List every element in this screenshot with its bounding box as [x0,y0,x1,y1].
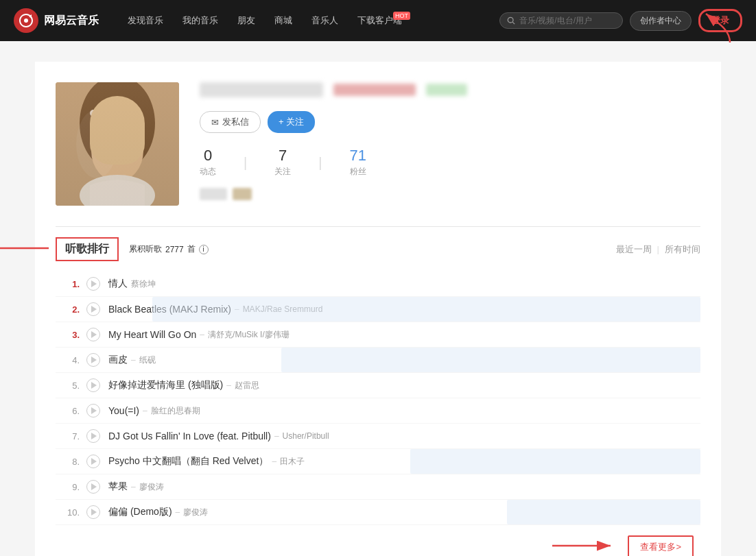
nav-download[interactable]: 下载客户端 HOT [349,10,410,31]
track-artist-link[interactable]: 廖俊涛 [139,482,164,492]
track-name-link[interactable]: 好像掉进爱情海里 (独唱版) [108,379,223,390]
track-row: 5.好像掉进爱情海里 (独唱版) – 赵雷思 [56,373,700,398]
track-name: 苹果 [108,481,128,493]
track-row: 7.DJ Got Us Fallin' In Love (feat. Pitbu… [56,424,700,449]
track-artist: 蔡徐坤 [131,278,156,290]
avatar-container [56,82,179,206]
track-name: 画皮 [108,354,128,366]
play-button[interactable] [86,353,100,367]
nav-discover[interactable]: 发现音乐 [119,10,172,31]
track-name-link[interactable]: 画皮 [108,354,128,365]
level-badge-1 [200,188,227,200]
track-info: 苹果 – 廖俊涛 [108,481,697,493]
track-row: 9.苹果 – 廖俊涛 [56,474,700,500]
track-artist: 廖俊涛 [183,507,208,518]
svg-point-12 [76,110,117,178]
send-message-button[interactable]: ✉ 发私信 [200,111,261,133]
section-header: 听歌排行 累积听歌 2777 首 i 最近一周 | 所有时间 [56,237,700,261]
all-time-link[interactable]: 所有时间 [665,243,700,256]
svg-point-7 [91,120,143,182]
search-box[interactable] [499,12,623,29]
track-separator: – [131,482,136,492]
track-artist-link[interactable]: 蔡徐坤 [131,279,156,289]
bottom-area: 查看更多> [56,535,700,556]
play-button[interactable] [86,328,100,341]
play-button[interactable] [86,455,100,468]
stats-row: 0 动态 | 7 关注 | 71 粉丝 [200,147,700,178]
period-selector: 最近一周 | 所有时间 [616,243,700,256]
period-divider: | [657,244,659,254]
track-name-link[interactable]: My Heart Will Go On [108,329,196,340]
track-number: 7. [59,431,80,442]
track-name-link[interactable]: You(=I) [108,405,139,416]
play-button[interactable] [86,378,100,392]
track-name-link[interactable]: 苹果 [108,481,128,492]
track-name: You(=I) [108,405,139,416]
track-list: 1.情人蔡徐坤2.Black Beatles (MAKJ Remix) – MA… [56,271,700,525]
track-number: 2. [59,304,80,315]
svg-line-3 [512,22,515,24]
track-artist-link[interactable]: 纸砚 [139,355,156,365]
profile-info: ✉ 发私信 + 关注 0 动态 | 7 关注 | 71 [200,82,700,200]
app-name: 网易云音乐 [44,14,99,28]
track-artist-link[interactable]: 满舒克/MuSik I/廖伟珊 [208,330,290,339]
track-name-link[interactable]: DJ Got Us Fallin' In Love (feat. Pitbull… [108,431,271,442]
follow-button[interactable]: + 关注 [268,111,315,133]
track-name: DJ Got Us Fallin' In Love (feat. Pitbull… [108,431,271,442]
track-separator: – [272,457,276,466]
nav-my-music[interactable]: 我的音乐 [174,10,226,31]
track-artist: 田木子 [280,456,305,468]
see-more-arrow-area: 查看更多> [628,535,694,556]
track-artist: 满舒克/MuSik I/廖伟珊 [208,329,290,341]
track-name-link[interactable]: 情人 [108,278,128,289]
stat-divider-2: | [318,156,322,169]
nav-friends[interactable]: 朋友 [229,10,263,31]
avatar-illustration [56,82,179,206]
track-artist-link[interactable]: 廖俊涛 [183,507,208,517]
main-content: ✉ 发私信 + 关注 0 动态 | 7 关注 | 71 [35,62,721,556]
track-row: 10.偏偏 (Demo版) – 廖俊涛 [56,500,700,525]
play-button[interactable] [86,404,100,418]
profile-extra-blurred [426,84,467,96]
hot-badge: HOT [393,12,410,20]
creator-center-button[interactable]: 创作者中心 [630,11,692,31]
track-name: 情人 [108,278,128,290]
track-number: 6. [59,406,80,416]
play-button[interactable] [86,505,100,519]
nav-musician[interactable]: 音乐人 [303,10,346,31]
track-row: 6.You(=I) – 脸红的思春期 [56,398,700,424]
level-row [200,188,700,200]
track-separator: – [226,380,231,390]
logo-area: 网易云音乐 [14,8,99,33]
track-name: My Heart Will Go On [108,329,196,340]
track-number: 9. [59,482,80,492]
info-icon[interactable]: i [199,245,209,254]
search-input[interactable] [519,16,615,25]
track-artist: 赵雷思 [235,380,259,391]
track-name-link[interactable]: 偏偏 (Demo版) [108,506,172,517]
svg-point-9 [90,110,97,117]
main-nav: 发现音乐 我的音乐 朋友 商城 音乐人 下载客户端 HOT [119,10,486,31]
track-artist: 纸砚 [139,354,156,366]
avatar [56,82,179,206]
track-artist-link[interactable]: 脸红的思春期 [151,406,200,415]
track-name-link[interactable]: Psycho 中文翻唱（翻自 Red Velvet） [108,455,268,466]
stat-posts: 0 动态 [200,147,216,178]
play-button[interactable] [86,429,100,443]
track-artist-link[interactable]: 赵雷思 [235,380,259,390]
recent-week-link[interactable]: 最近一周 [616,243,652,256]
header-right: 创作者中心 登录 [499,9,742,32]
track-info: My Heart Will Go On – 满舒克/MuSik I/廖伟珊 [108,329,697,341]
track-info: 好像掉进爱情海里 (独唱版) – 赵雷思 [108,379,697,391]
play-button[interactable] [86,277,100,291]
svg-point-8 [91,111,102,122]
svg-point-2 [508,17,513,23]
play-button[interactable] [86,480,100,494]
login-button[interactable]: 登录 [698,9,742,32]
play-button[interactable] [86,302,100,316]
track-separator: – [131,355,136,365]
track-artist-link[interactable]: 田木子 [280,457,305,466]
nav-shop[interactable]: 商城 [266,10,300,31]
track-artist-link[interactable]: Usher/Pitbull [283,431,329,441]
see-more-button[interactable]: 查看更多> [628,535,694,556]
